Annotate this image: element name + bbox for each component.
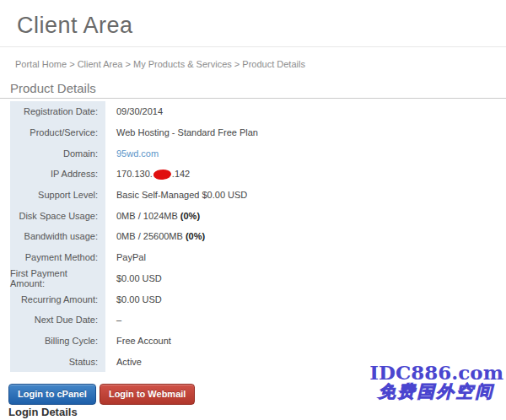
product-details-table: Registration Date:09/30/2014Product/Serv… [10,101,496,372]
row-label: Disk Space Usage: [10,205,105,226]
section-divider [0,98,506,99]
watermark-chinese-text: 免费国外空间 [369,383,503,401]
login-cpanel-button[interactable]: Login to cPanel [8,384,96,405]
table-row: Bandwidth usage:0MB / 25600MB (0%) [10,226,496,247]
table-row: IP Address:170.130..142 [10,164,496,185]
row-value: 09/30/2014 [105,106,163,116]
table-row: Next Due Date:– [10,310,496,331]
table-row: Support Level:Basic Self-Managed $0.00 U… [10,185,496,206]
row-value: Active [105,357,142,367]
table-row: Domain:95wd.com [10,143,496,164]
table-row: Product/Service:Web Hosting - Standard F… [10,122,496,143]
login-details-heading: Login Details [8,406,78,418]
table-row: Registration Date:09/30/2014 [10,101,496,122]
redaction-scribble [153,169,171,180]
table-row: Recurring Amount:$0.00 USD [10,288,496,310]
row-label: Registration Date: [10,101,105,122]
table-row: Status:Active [10,351,496,372]
row-value: – [105,315,121,325]
usage-text: 0MB / 1024MB [116,211,178,221]
row-label: IP Address: [10,164,105,185]
row-label: Payment Method: [10,247,105,268]
row-label: Product/Service: [10,122,105,143]
row-label: Bandwidth usage: [10,226,105,247]
row-label: Support Level: [10,185,105,206]
usage-percent: (0%) [186,231,205,241]
row-value: 0MB / 25600MB (0%) [105,231,205,241]
row-value: Free Account [105,336,171,346]
row-label: Domain: [10,143,105,164]
usage-text: 0MB / 25600MB [116,231,183,241]
action-button-bar: Login to cPanel Login to Webmail [8,384,195,405]
row-label: Recurring Amount: [10,288,105,310]
row-value: 170.130..142 [105,169,190,180]
login-webmail-button[interactable]: Login to Webmail [100,384,195,405]
ip-prefix: 170.130. [116,169,153,179]
row-value: $0.00 USD [105,273,162,283]
client-area-page: Client Area Portal Home > Client Area > … [0,0,506,420]
breadcrumb[interactable]: Portal Home > Client Area > My Products … [15,59,305,69]
domain-link[interactable]: 95wd.com [116,148,159,159]
row-value: Basic Self-Managed $0.00 USD [105,190,247,200]
row-label: Status: [10,351,105,372]
ip-suffix: .142 [172,169,190,179]
table-row: Disk Space Usage:0MB / 1024MB (0%) [10,205,496,226]
table-row: Billing Cycle:Free Account [10,331,496,352]
row-value: 95wd.com [105,148,159,159]
table-row: Payment Method:PayPal [10,247,496,268]
row-value: 0MB / 1024MB (0%) [105,211,200,221]
usage-percent: (0%) [180,211,200,221]
page-title: Client Area [17,13,133,39]
row-value: $0.00 USD [105,294,162,304]
row-label: Next Due Date: [10,310,105,331]
row-label: Billing Cycle: [10,331,105,352]
product-details-heading: Product Details [10,81,96,95]
row-value: Web Hosting - Standard Free Plan [105,127,258,137]
row-label: First Payment Amount: [10,268,105,289]
row-value: PayPal [105,252,146,262]
table-row: First Payment Amount:$0.00 USD [10,268,496,289]
header-divider [0,46,506,47]
